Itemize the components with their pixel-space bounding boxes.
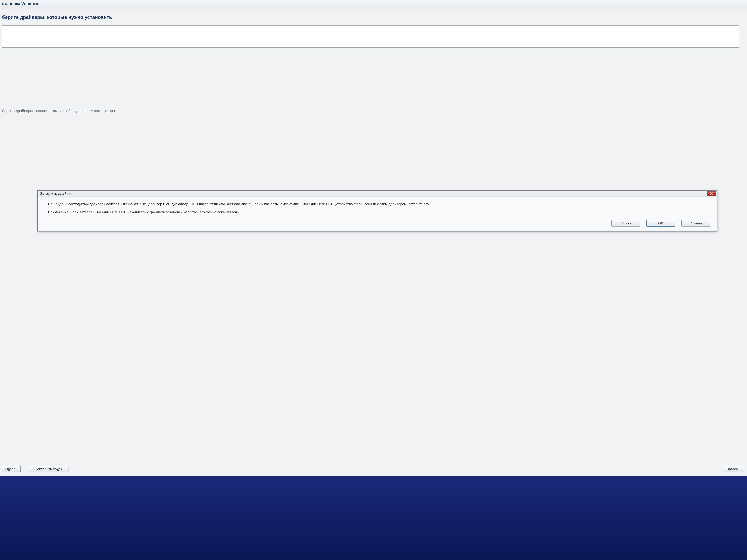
close-button[interactable] <box>707 191 716 196</box>
hide-incompatible-label: Скрыть драйверы, несовместимые с оборудо… <box>2 109 740 113</box>
dialog-titlebar: Загрузить драйвер <box>37 191 717 197</box>
browse-button-label: Обзор <box>5 467 16 471</box>
windows-setup-window: становка Windows берите драйверы, которы… <box>0 0 747 476</box>
dialog-message-1: Не найден необходимый драйвер носителя. … <box>48 202 710 207</box>
browse-button[interactable]: Обзор <box>0 466 21 473</box>
dialog-ok-button[interactable]: OK <box>646 220 675 227</box>
main-window-title: становка Windows <box>0 0 747 9</box>
page-heading: берите драйверы, которые нужно установит… <box>2 15 740 20</box>
load-driver-dialog: Загрузить драйвер Не найден необходимый … <box>37 190 717 232</box>
desktop-background <box>0 476 747 560</box>
dialog-message-2: Примечание. Если вставлен DVD-диск или U… <box>48 210 710 215</box>
main-content-area: берите драйверы, которые нужно установит… <box>0 9 747 117</box>
dialog-button-row: Обзор OK Отмена <box>48 220 710 227</box>
dialog-cancel-button[interactable]: Отмена <box>681 220 710 227</box>
dialog-browse-label: Обзор <box>621 221 631 225</box>
bottom-button-row: Обзор Повторить поиск Далее <box>0 466 743 473</box>
driver-list[interactable] <box>2 25 740 48</box>
dialog-body: Не найден необходимый драйвер носителя. … <box>39 198 716 230</box>
dialog-title: Загрузить драйвер <box>40 191 73 196</box>
next-button[interactable]: Далее <box>723 466 743 473</box>
dialog-browse-button[interactable]: Обзор <box>611 220 640 227</box>
rescan-button-label: Повторить поиск <box>35 467 62 471</box>
next-button-label: Далее <box>728 467 738 471</box>
rescan-button[interactable]: Повторить поиск <box>28 466 69 473</box>
close-icon <box>710 191 713 196</box>
